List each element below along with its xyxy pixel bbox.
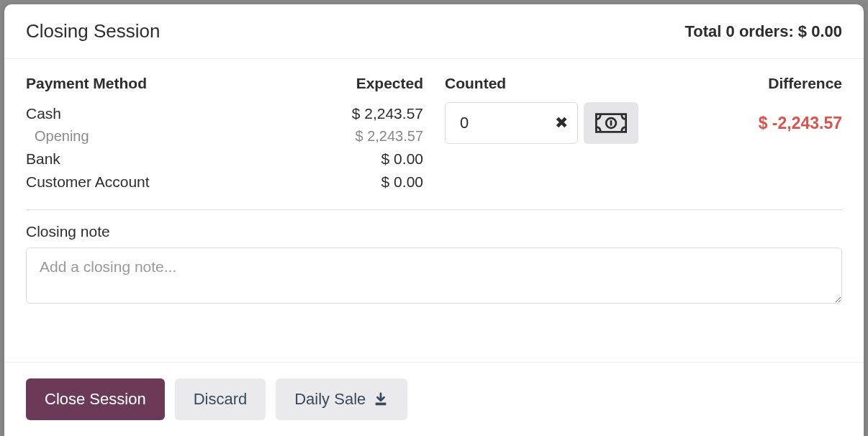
svg-rect-2 <box>610 120 612 125</box>
modal-body: Payment Method Expected Cash $ 2,243.57 … <box>4 59 864 362</box>
payment-row-customer-account: Customer Account $ 0.00 <box>26 171 423 194</box>
payments-left-heading: Payment Method Expected <box>26 75 423 92</box>
discard-label: Discard <box>194 390 248 409</box>
close-session-button[interactable]: Close Session <box>26 378 165 420</box>
daily-sale-button[interactable]: Daily Sale <box>276 378 407 420</box>
counted-row-cash: ✖ $ -2,243.57 <box>445 102 842 144</box>
payment-row-opening: Opening $ 2,243.57 <box>26 125 423 147</box>
payment-cash-label: Cash <box>26 105 61 122</box>
payment-method-heading: Payment Method <box>26 75 147 92</box>
difference-heading: Difference <box>768 75 842 92</box>
closing-session-modal: Closing Session Total 0 orders: $ 0.00 P… <box>4 4 864 436</box>
money-bill-icon <box>595 112 627 134</box>
payment-bank-expected: $ 0.00 <box>381 150 423 168</box>
closing-note-input[interactable] <box>26 247 842 304</box>
modal-title: Closing Session <box>26 20 160 42</box>
expected-heading: Expected <box>356 75 423 92</box>
counted-heading: Counted <box>445 75 506 92</box>
payment-opening-expected: $ 2,243.57 <box>355 128 423 145</box>
payments-left-column: Payment Method Expected Cash $ 2,243.57 … <box>26 75 423 194</box>
payments-right-heading: Counted Difference <box>445 75 842 92</box>
payments-grid: Payment Method Expected Cash $ 2,243.57 … <box>26 75 842 194</box>
money-calculator-button[interactable] <box>584 102 638 144</box>
section-divider <box>26 209 842 210</box>
daily-sale-label: Daily Sale <box>294 390 366 409</box>
download-icon <box>373 391 389 407</box>
payment-cash-expected: $ 2,243.57 <box>352 105 423 122</box>
svg-rect-3 <box>376 403 386 406</box>
modal-header: Closing Session Total 0 orders: $ 0.00 <box>4 4 864 59</box>
modal-footer: Close Session Discard Daily Sale <box>4 362 864 436</box>
orders-total: Total 0 orders: $ 0.00 <box>685 22 842 41</box>
cash-difference-value: $ -2,243.57 <box>644 114 842 133</box>
payment-customer-account-expected: $ 0.00 <box>381 173 423 191</box>
close-session-label: Close Session <box>45 390 146 409</box>
counted-input-wrap: ✖ <box>445 102 578 144</box>
payment-customer-account-label: Customer Account <box>26 173 150 191</box>
payment-opening-label: Opening <box>35 128 89 145</box>
closing-note-label: Closing note <box>26 223 842 240</box>
payment-row-bank: Bank $ 0.00 <box>26 147 423 171</box>
payment-row-cash: Cash $ 2,243.57 <box>26 102 423 125</box>
clear-counted-icon[interactable]: ✖ <box>555 115 568 131</box>
payments-right-column: Counted Difference ✖ <box>445 75 842 194</box>
payment-bank-label: Bank <box>26 150 60 168</box>
discard-button[interactable]: Discard <box>175 378 266 420</box>
